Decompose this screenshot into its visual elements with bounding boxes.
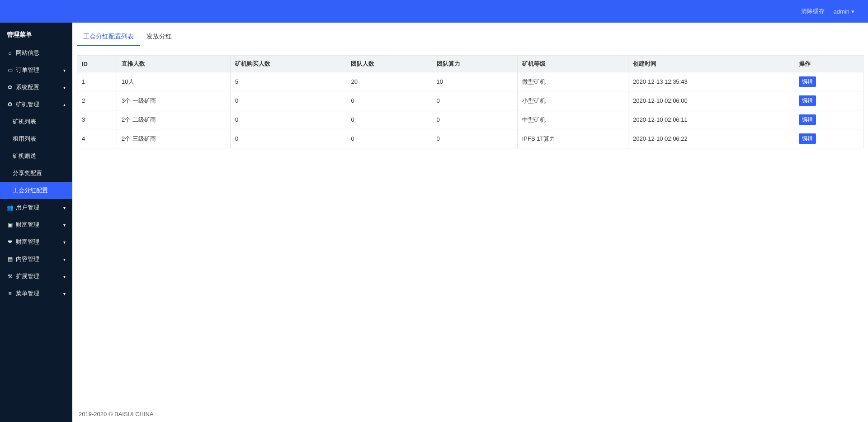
sidebar-subitem[interactable]: 分享奖配置 [0,165,72,182]
caret-down-icon: ▾ [63,291,66,296]
rebel-icon: ✪ [7,101,13,108]
tab[interactable]: 工会分红配置列表 [77,27,140,46]
cell-power: 0 [432,91,517,110]
edit-button[interactable]: 编辑 [799,95,816,106]
data-table: ID直推人数矿机购买人数团队人数团队算力矿机等级创建时间操作 110人52010… [77,55,863,148]
sidebar-item-label: ▤内容管理 [7,255,39,263]
tab[interactable]: 发放分红 [140,27,178,46]
file-icon: ▤ [7,256,13,262]
sidebar-subitem[interactable]: 矿机列表 [0,113,72,130]
users-icon: 👥 [7,204,13,211]
card-icon: ▭ [7,67,13,73]
heart-icon: ❤ [7,239,13,245]
sidebar-subitem[interactable]: 租用列表 [0,130,72,147]
cell-direct: 2个 二级矿商 [117,110,231,129]
sidebar-item-label: ⌂网站信息 [7,49,39,57]
sidebar-subitem[interactable]: 矿机赠送 [0,147,72,165]
column-header: 团队算力 [432,56,517,72]
column-header: 操作 [794,56,863,72]
caret-down-icon: ▾ [63,257,66,262]
cell-buyers: 0 [230,91,346,110]
edit-button[interactable]: 编辑 [799,133,816,144]
cell-direct: 10人 [117,72,231,91]
cell-team: 0 [346,129,432,148]
column-header: 团队人数 [346,56,432,72]
sidebar-item-label: ▣财富管理 [7,221,39,229]
cell-power: 10 [432,72,517,91]
caret-down-icon: ▾ [63,240,66,245]
cell-buyers: 0 [230,129,346,148]
cell-actions: 编辑 [794,72,863,91]
column-header: 矿机购买人数 [230,56,346,72]
cell-level: 微型矿机 [517,72,628,91]
cell-buyers: 0 [230,110,346,129]
column-header: 矿机等级 [517,56,628,72]
sidebar-item[interactable]: 👥用户管理▾ [0,199,72,216]
caret-down-icon: ▾ [63,223,66,228]
cell-actions: 编辑 [794,129,863,148]
sidebar-item[interactable]: ✿系统配置▾ [0,79,72,96]
edit-button[interactable]: 编辑 [799,76,816,87]
sidebar-item[interactable]: ▣财富管理▾ [0,216,72,233]
cell-actions: 编辑 [794,91,863,110]
sidebar-item-label: 👥用户管理 [7,204,39,212]
wrench-icon: ⚒ [7,273,13,280]
column-header: 创建时间 [628,56,794,72]
list-icon: ≡ [7,290,13,297]
content-area: 工会分红配置列表发放分红 ID直推人数矿机购买人数团队人数团队算力矿机等级创建时… [72,23,868,422]
money-icon: ▣ [7,222,13,228]
edit-button[interactable]: 编辑 [799,114,816,125]
sidebar-item[interactable]: ⚒扩展管理▾ [0,268,72,285]
cell-buyers: 5 [230,72,346,91]
sidebar-item-label: ✿系统配置 [7,83,39,91]
sidebar-item-label: ⚒扩展管理 [7,272,39,280]
sidebar-item[interactable]: ▭订单管理▾ [0,62,72,79]
cell-id: 3 [77,110,117,129]
caret-down-icon: ▾ [63,68,66,73]
sidebar-item-label: ✪矿机管理 [7,100,39,109]
sidebar-subitem[interactable]: 工会分红配置 [0,182,72,199]
sidebar: 管理菜单 ⌂网站信息▭订单管理▾✿系统配置▾✪矿机管理▴矿机列表租用列表矿机赠送… [0,23,72,422]
sidebar-item[interactable]: ✪矿机管理▴ [0,96,72,113]
cell-id: 4 [77,129,117,148]
cell-direct: 2个 三级矿商 [117,129,231,148]
cell-created: 2020-12-10 02:06:00 [628,91,794,110]
cell-created: 2020-12-10 02:06:11 [628,110,794,129]
cell-id: 1 [77,72,117,91]
table-row: 32个 二级矿商000中型矿机2020-12-10 02:06:11编辑 [77,110,863,129]
sidebar-item[interactable]: ▤内容管理▾ [0,251,72,268]
table-row: 42个 三级矿商000IPFS 1T算力2020-12-10 02:06:22编… [77,129,863,148]
sidebar-title: 管理菜单 [0,23,72,44]
footer: 2019-2020 © BAISUI CHINA [72,406,868,422]
sidebar-item-label: ❤财富管理 [7,238,39,246]
cell-level: 小型矿机 [517,91,628,110]
caret-down-icon: ▾ [63,274,66,279]
user-menu[interactable]: admin ▾ [834,8,854,15]
caret-down-icon: ▾ [63,205,66,210]
sidebar-item[interactable]: ❤财富管理▾ [0,233,72,251]
column-header: 直推人数 [117,56,231,72]
sidebar-item[interactable]: ≡菜单管理▾ [0,285,72,302]
home-icon: ⌂ [7,50,13,56]
cell-created: 2020-12-10 02:06:22 [628,129,794,148]
cell-team: 0 [346,91,432,110]
cell-level: 中型矿机 [517,110,628,129]
clear-cache-link[interactable]: 清除缓存 [801,7,825,15]
cell-id: 2 [77,91,117,110]
user-name: admin [834,8,849,15]
tabs: 工会分红配置列表发放分红 [72,27,868,46]
sidebar-item[interactable]: ⌂网站信息 [0,44,72,62]
cell-actions: 编辑 [794,110,863,129]
caret-down-icon: ▾ [851,8,854,15]
gears-icon: ✿ [7,84,13,90]
table-row: 23个 一级矿商000小型矿机2020-12-10 02:06:00编辑 [77,91,863,110]
cell-power: 0 [432,129,517,148]
caret-down-icon: ▾ [63,85,66,90]
cell-created: 2020-12-13 12:35:43 [628,72,794,91]
cell-direct: 3个 一级矿商 [117,91,231,110]
cell-level: IPFS 1T算力 [517,129,628,148]
cell-power: 0 [432,110,517,129]
caret-up-icon: ▴ [63,102,66,107]
sidebar-item-label: ≡菜单管理 [7,289,39,298]
topbar: 清除缓存 admin ▾ [0,0,868,23]
